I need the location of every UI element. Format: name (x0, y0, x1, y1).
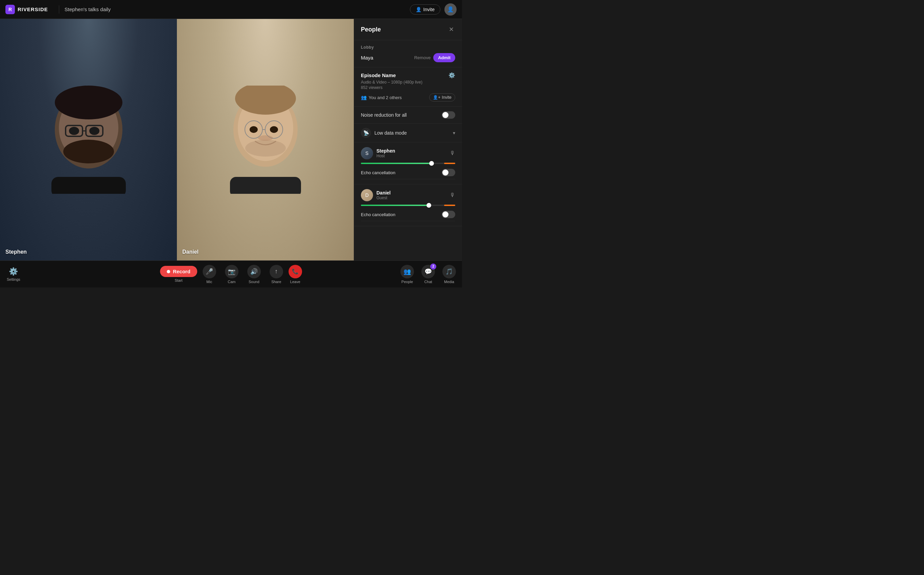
low-data-mode-row[interactable]: 📡 Low data mode ▾ (354, 124, 462, 142)
invite-icon: 👤 (416, 7, 421, 12)
cam-label: Cam (228, 280, 235, 284)
daniel-echo-toggle[interactable] (442, 211, 455, 218)
share-icon: ↑ (275, 268, 278, 275)
lobby-section: Lobby Maya Remove Admit (354, 40, 462, 67)
invite-small-button[interactable]: 👤+ Invite (429, 93, 455, 102)
close-icon: ✕ (449, 26, 454, 33)
audio-fill-green-daniel (361, 205, 429, 206)
panel-header: People ✕ (354, 19, 462, 40)
invite-small-icon: 👤+ (433, 95, 440, 100)
chat-badge: 2 (430, 264, 436, 270)
chat-label: Chat (424, 280, 432, 284)
share-icon-container: ↑ (270, 265, 283, 278)
svg-point-6 (89, 127, 100, 135)
episode-section: Episode Name ⚙️ Audio & Video – 1080p (4… (354, 67, 462, 106)
toggle-thumb (442, 112, 448, 118)
svg-rect-8 (51, 177, 126, 194)
participants-row: 👥 You and 2 others 👤+ Invite (361, 93, 455, 102)
toolbar: ⚙️ Settings Record Start 🎤 Mic 📷 Cam (0, 260, 462, 288)
participants-info: 👥 You and 2 others (361, 95, 402, 100)
record-button[interactable]: Record (160, 266, 197, 277)
stephen-mic-button[interactable]: 🎙 (450, 150, 455, 156)
main-content: Stephen (0, 19, 462, 260)
svg-point-20 (258, 135, 273, 141)
record-dot (167, 270, 170, 273)
remove-button[interactable]: Remove (414, 55, 430, 60)
participants-icon: 👥 (361, 95, 367, 100)
session-title: Stephen's talks daily (65, 6, 410, 12)
audio-fill-orange-stephen (444, 163, 455, 164)
participant-info-stephen: Stephen Host (376, 148, 446, 158)
cam-button[interactable]: 📷 Cam (222, 262, 242, 286)
gear-icon[interactable]: ⚙️ (448, 72, 455, 78)
settings-label: Settings (7, 277, 20, 281)
mic-label: Mic (206, 280, 212, 284)
share-button[interactable]: ↑ Share (266, 262, 286, 286)
participant-avatar-daniel: D (361, 189, 373, 201)
record-group: Record Start (160, 266, 197, 283)
lobby-user: Maya Remove Admit (361, 53, 455, 62)
participant-header-stephen: S Stephen Host 🎙 (361, 147, 455, 159)
people-label: People (402, 280, 413, 284)
mic-icon-container: 🎤 (203, 265, 216, 278)
audio-track-daniel[interactable] (361, 205, 455, 206)
mic-button[interactable]: 🎤 Mic (199, 262, 219, 286)
episode-header: Episode Name ⚙️ (361, 72, 455, 78)
header: R RIVERSIDE Stephen's talks daily 👤 Invi… (0, 0, 462, 19)
invite-button[interactable]: 👤 Invite (410, 5, 440, 14)
video-panel-right: Daniel (177, 19, 354, 260)
audio-thumb-daniel[interactable] (427, 203, 431, 208)
audio-fill-orange-daniel (444, 205, 455, 206)
chat-button[interactable]: 💬 2 Chat (418, 262, 438, 286)
admit-button[interactable]: Admit (433, 53, 455, 62)
svg-point-16 (249, 126, 258, 133)
settings-icon: ⚙️ (9, 267, 18, 276)
noise-reduction-toggle[interactable] (442, 111, 455, 119)
data-mode-left: 📡 Low data mode (361, 128, 407, 138)
stephen-echo-toggle[interactable] (442, 169, 455, 176)
video-area: Stephen (0, 19, 354, 260)
toolbar-left: ⚙️ Settings (3, 265, 24, 284)
header-actions: 👤 Invite 👤 (410, 3, 457, 16)
chat-icon-container: 💬 2 (421, 265, 435, 278)
participant-info-daniel: Daniel Guest (376, 190, 446, 200)
stephen-face-svg (44, 86, 133, 194)
audio-fill-green-stephen (361, 163, 432, 164)
logo-text: RIVERSIDE (17, 6, 48, 12)
settings-button[interactable]: ⚙️ Settings (3, 265, 24, 284)
noise-reduction-label: Noise reduction for all (361, 112, 406, 118)
daniel-participant-name: Daniel (376, 190, 446, 195)
sound-button[interactable]: 🔊 Sound (244, 262, 264, 286)
invite-small-label: Invite (442, 95, 451, 100)
daniel-audio-bar (361, 205, 455, 206)
daniel-name-label: Daniel (182, 249, 198, 255)
audio-thumb-stephen[interactable] (429, 161, 434, 166)
phone-icon: 📞 (292, 268, 298, 275)
close-panel-button[interactable]: ✕ (448, 24, 455, 35)
participant-card-daniel: D Daniel Guest 🎙 Echo cancellation (354, 184, 462, 226)
leave-button[interactable]: 📞 (289, 265, 302, 278)
header-divider (59, 5, 59, 14)
people-icon: 👥 (403, 268, 411, 275)
stephen-audio-bar (361, 163, 455, 164)
mic-icon: 🎤 (206, 268, 213, 275)
leave-group: 📞 Leave (289, 265, 302, 284)
share-label: Share (271, 280, 281, 284)
chevron-down-icon: ▾ (453, 130, 455, 136)
user-avatar[interactable]: 👤 (445, 3, 457, 16)
participant-card-stephen: S Stephen Host 🎙 Echo cancellation (354, 142, 462, 184)
leave-label: Leave (290, 280, 300, 284)
invite-label: Invite (424, 7, 435, 12)
episode-quality: Audio & Video – 1080p (480p live) (361, 80, 455, 84)
daniel-echo-label: Echo cancellation (361, 212, 395, 217)
sound-icon-container: 🔊 (247, 265, 261, 278)
lobby-label: Lobby (361, 45, 455, 50)
audio-track-stephen[interactable] (361, 163, 455, 164)
data-mode-icon: 📡 (361, 128, 371, 138)
logo: R RIVERSIDE (5, 5, 48, 14)
daniel-mic-button[interactable]: 🎙 (450, 192, 455, 198)
participants-count: You and 2 others (369, 95, 402, 100)
video-feed-daniel (177, 19, 354, 260)
media-button[interactable]: 🎵 Media (439, 262, 459, 286)
people-button[interactable]: 👥 People (397, 262, 418, 286)
